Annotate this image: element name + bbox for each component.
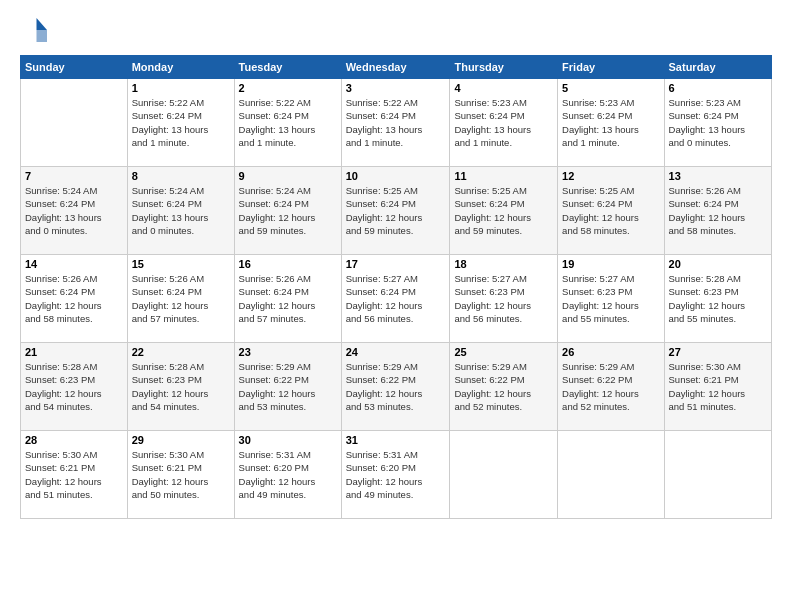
day-cell: 19Sunrise: 5:27 AMSunset: 6:23 PMDayligh… <box>558 255 664 343</box>
day-info: Sunrise: 5:27 AMSunset: 6:24 PMDaylight:… <box>346 272 446 325</box>
day-cell: 23Sunrise: 5:29 AMSunset: 6:22 PMDayligh… <box>234 343 341 431</box>
col-friday: Friday <box>558 56 664 79</box>
day-cell: 1Sunrise: 5:22 AMSunset: 6:24 PMDaylight… <box>127 79 234 167</box>
week-row-3: 21Sunrise: 5:28 AMSunset: 6:23 PMDayligh… <box>21 343 772 431</box>
day-cell: 30Sunrise: 5:31 AMSunset: 6:20 PMDayligh… <box>234 431 341 519</box>
day-info: Sunrise: 5:30 AMSunset: 6:21 PMDaylight:… <box>132 448 230 501</box>
day-info: Sunrise: 5:23 AMSunset: 6:24 PMDaylight:… <box>669 96 767 149</box>
day-info: Sunrise: 5:28 AMSunset: 6:23 PMDaylight:… <box>669 272 767 325</box>
day-cell: 14Sunrise: 5:26 AMSunset: 6:24 PMDayligh… <box>21 255 128 343</box>
week-row-0: 1Sunrise: 5:22 AMSunset: 6:24 PMDaylight… <box>21 79 772 167</box>
day-info: Sunrise: 5:29 AMSunset: 6:22 PMDaylight:… <box>562 360 659 413</box>
day-number: 19 <box>562 258 659 270</box>
day-cell: 24Sunrise: 5:29 AMSunset: 6:22 PMDayligh… <box>341 343 450 431</box>
day-cell: 16Sunrise: 5:26 AMSunset: 6:24 PMDayligh… <box>234 255 341 343</box>
day-cell: 6Sunrise: 5:23 AMSunset: 6:24 PMDaylight… <box>664 79 771 167</box>
day-info: Sunrise: 5:23 AMSunset: 6:24 PMDaylight:… <box>562 96 659 149</box>
day-info: Sunrise: 5:22 AMSunset: 6:24 PMDaylight:… <box>239 96 337 149</box>
day-info: Sunrise: 5:28 AMSunset: 6:23 PMDaylight:… <box>132 360 230 413</box>
day-cell <box>558 431 664 519</box>
day-number: 5 <box>562 82 659 94</box>
logo-icon <box>20 15 50 45</box>
day-info: Sunrise: 5:30 AMSunset: 6:21 PMDaylight:… <box>669 360 767 413</box>
day-number: 3 <box>346 82 446 94</box>
day-cell: 26Sunrise: 5:29 AMSunset: 6:22 PMDayligh… <box>558 343 664 431</box>
day-number: 7 <box>25 170 123 182</box>
day-cell: 8Sunrise: 5:24 AMSunset: 6:24 PMDaylight… <box>127 167 234 255</box>
day-cell <box>21 79 128 167</box>
day-number: 9 <box>239 170 337 182</box>
day-number: 14 <box>25 258 123 270</box>
calendar-table: Sunday Monday Tuesday Wednesday Thursday… <box>20 55 772 519</box>
day-info: Sunrise: 5:25 AMSunset: 6:24 PMDaylight:… <box>454 184 553 237</box>
col-thursday: Thursday <box>450 56 558 79</box>
col-monday: Monday <box>127 56 234 79</box>
day-info: Sunrise: 5:26 AMSunset: 6:24 PMDaylight:… <box>239 272 337 325</box>
day-cell: 7Sunrise: 5:24 AMSunset: 6:24 PMDaylight… <box>21 167 128 255</box>
day-info: Sunrise: 5:24 AMSunset: 6:24 PMDaylight:… <box>239 184 337 237</box>
day-cell: 15Sunrise: 5:26 AMSunset: 6:24 PMDayligh… <box>127 255 234 343</box>
day-number: 2 <box>239 82 337 94</box>
day-number: 22 <box>132 346 230 358</box>
day-number: 28 <box>25 434 123 446</box>
day-cell: 29Sunrise: 5:30 AMSunset: 6:21 PMDayligh… <box>127 431 234 519</box>
header-row: Sunday Monday Tuesday Wednesday Thursday… <box>21 56 772 79</box>
day-info: Sunrise: 5:28 AMSunset: 6:23 PMDaylight:… <box>25 360 123 413</box>
day-info: Sunrise: 5:24 AMSunset: 6:24 PMDaylight:… <box>25 184 123 237</box>
day-number: 30 <box>239 434 337 446</box>
day-cell: 25Sunrise: 5:29 AMSunset: 6:22 PMDayligh… <box>450 343 558 431</box>
day-number: 15 <box>132 258 230 270</box>
day-number: 8 <box>132 170 230 182</box>
day-cell: 12Sunrise: 5:25 AMSunset: 6:24 PMDayligh… <box>558 167 664 255</box>
day-number: 20 <box>669 258 767 270</box>
day-cell: 27Sunrise: 5:30 AMSunset: 6:21 PMDayligh… <box>664 343 771 431</box>
day-number: 29 <box>132 434 230 446</box>
day-number: 17 <box>346 258 446 270</box>
day-cell: 21Sunrise: 5:28 AMSunset: 6:23 PMDayligh… <box>21 343 128 431</box>
col-saturday: Saturday <box>664 56 771 79</box>
day-cell: 10Sunrise: 5:25 AMSunset: 6:24 PMDayligh… <box>341 167 450 255</box>
week-row-4: 28Sunrise: 5:30 AMSunset: 6:21 PMDayligh… <box>21 431 772 519</box>
day-cell: 22Sunrise: 5:28 AMSunset: 6:23 PMDayligh… <box>127 343 234 431</box>
day-number: 27 <box>669 346 767 358</box>
day-info: Sunrise: 5:29 AMSunset: 6:22 PMDaylight:… <box>346 360 446 413</box>
day-info: Sunrise: 5:27 AMSunset: 6:23 PMDaylight:… <box>562 272 659 325</box>
day-number: 31 <box>346 434 446 446</box>
col-tuesday: Tuesday <box>234 56 341 79</box>
day-info: Sunrise: 5:26 AMSunset: 6:24 PMDaylight:… <box>132 272 230 325</box>
day-info: Sunrise: 5:25 AMSunset: 6:24 PMDaylight:… <box>346 184 446 237</box>
day-cell: 2Sunrise: 5:22 AMSunset: 6:24 PMDaylight… <box>234 79 341 167</box>
day-info: Sunrise: 5:30 AMSunset: 6:21 PMDaylight:… <box>25 448 123 501</box>
day-cell: 20Sunrise: 5:28 AMSunset: 6:23 PMDayligh… <box>664 255 771 343</box>
day-info: Sunrise: 5:22 AMSunset: 6:24 PMDaylight:… <box>346 96 446 149</box>
day-number: 6 <box>669 82 767 94</box>
day-number: 25 <box>454 346 553 358</box>
svg-marker-0 <box>37 18 48 30</box>
day-number: 23 <box>239 346 337 358</box>
day-number: 12 <box>562 170 659 182</box>
day-cell: 17Sunrise: 5:27 AMSunset: 6:24 PMDayligh… <box>341 255 450 343</box>
day-info: Sunrise: 5:31 AMSunset: 6:20 PMDaylight:… <box>346 448 446 501</box>
day-info: Sunrise: 5:29 AMSunset: 6:22 PMDaylight:… <box>239 360 337 413</box>
day-number: 24 <box>346 346 446 358</box>
day-number: 1 <box>132 82 230 94</box>
day-info: Sunrise: 5:27 AMSunset: 6:23 PMDaylight:… <box>454 272 553 325</box>
col-wednesday: Wednesday <box>341 56 450 79</box>
day-cell: 13Sunrise: 5:26 AMSunset: 6:24 PMDayligh… <box>664 167 771 255</box>
day-info: Sunrise: 5:23 AMSunset: 6:24 PMDaylight:… <box>454 96 553 149</box>
header <box>20 15 772 45</box>
day-number: 11 <box>454 170 553 182</box>
day-number: 10 <box>346 170 446 182</box>
logo <box>20 15 54 45</box>
day-number: 26 <box>562 346 659 358</box>
week-row-1: 7Sunrise: 5:24 AMSunset: 6:24 PMDaylight… <box>21 167 772 255</box>
day-number: 4 <box>454 82 553 94</box>
col-sunday: Sunday <box>21 56 128 79</box>
day-info: Sunrise: 5:31 AMSunset: 6:20 PMDaylight:… <box>239 448 337 501</box>
day-info: Sunrise: 5:26 AMSunset: 6:24 PMDaylight:… <box>25 272 123 325</box>
day-info: Sunrise: 5:29 AMSunset: 6:22 PMDaylight:… <box>454 360 553 413</box>
svg-marker-1 <box>37 30 48 42</box>
page: Sunday Monday Tuesday Wednesday Thursday… <box>0 0 792 612</box>
day-info: Sunrise: 5:26 AMSunset: 6:24 PMDaylight:… <box>669 184 767 237</box>
day-cell: 31Sunrise: 5:31 AMSunset: 6:20 PMDayligh… <box>341 431 450 519</box>
